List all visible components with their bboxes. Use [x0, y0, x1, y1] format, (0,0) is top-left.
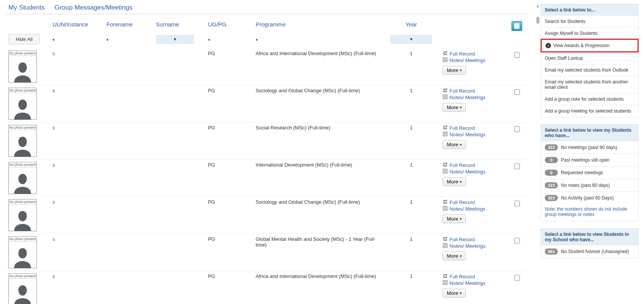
scroll-thumb[interactable] — [536, 17, 539, 24]
col-year[interactable]: Year — [383, 19, 440, 33]
full-record-link[interactable]: Full Record — [442, 125, 475, 131]
sort-programme-icon[interactable]: ♦ — [256, 37, 258, 42]
year-value: 1 — [383, 85, 440, 123]
full-record-link[interactable]: Full Record — [442, 162, 475, 168]
programme-value: Africa and International Development (MS… — [252, 271, 383, 304]
year-filter[interactable]: ▼ — [390, 35, 432, 44]
full-record-link[interactable]: Full Record — [442, 199, 475, 206]
action-link[interactable]: Email my selected students from Outlook — [541, 64, 638, 76]
panel-header: Select a link below to view Students in … — [541, 229, 638, 245]
more-button[interactable]: More ▾ — [442, 252, 466, 260]
ugpg-value: PG — [205, 271, 252, 304]
uun-link[interactable]: s — [52, 125, 55, 131]
action-link[interactable]: Open Staff Lookup — [541, 52, 638, 64]
uun-link[interactable]: s — [52, 162, 55, 168]
scroll-up-icon[interactable]: ▲ — [535, 4, 541, 9]
uun-link[interactable]: s — [52, 51, 55, 56]
action-link[interactable]: Add a group meeting for selected student… — [541, 105, 638, 117]
notes-meetings-link[interactable]: Notes/ Meetings — [442, 206, 485, 212]
full-record-link[interactable]: Full Record — [442, 273, 475, 280]
action-link[interactable]: iView Awards & Progression — [541, 39, 639, 52]
more-button[interactable]: More ▾ — [442, 214, 466, 223]
filter-link[interactable]: 981No Student Adviser (Unassigned) — [541, 245, 638, 258]
row-checkbox[interactable] — [514, 238, 520, 244]
count-badge: 323 — [545, 195, 558, 201]
notes-meetings-link[interactable]: Notes/ Meetings — [442, 131, 485, 138]
uun-link[interactable]: s — [52, 199, 55, 205]
row-checkbox[interactable] — [514, 275, 520, 281]
surname-filter[interactable]: ▼ — [156, 35, 194, 44]
uun-link[interactable]: s — [52, 236, 55, 242]
ugpg-value: PG — [205, 123, 252, 160]
ugpg-value: PG — [205, 85, 252, 123]
caret-down-icon: ▾ — [460, 105, 462, 110]
external-link-icon — [442, 199, 448, 206]
filter-link[interactable]: 323No meetings (past 90 days) — [541, 141, 638, 154]
action-link[interactable]: Email my selected students from another … — [541, 76, 638, 93]
external-link-icon — [442, 236, 448, 243]
table-row: No photo presentsPGAfrica and Internatio… — [5, 48, 527, 85]
filter-link[interactable]: 323No Activity (past 60 Days) — [541, 191, 638, 204]
person-icon — [11, 279, 34, 304]
person-icon — [11, 242, 34, 268]
more-button[interactable]: More ▾ — [442, 177, 466, 186]
row-checkbox[interactable] — [514, 163, 520, 169]
year-value: 1 — [383, 48, 440, 85]
action-link[interactable]: Search for Students — [541, 16, 638, 27]
full-record-link[interactable]: Full Record — [442, 236, 475, 243]
sort-ugpg-icon[interactable]: ♦ — [208, 37, 210, 42]
notes-meetings-link[interactable]: Notes/ Meetings — [442, 94, 485, 101]
filter-link[interactable]: 0Requested meetings — [541, 166, 638, 179]
scrollbar[interactable]: ▲ — [535, 4, 541, 304]
col-programme[interactable]: Programme — [252, 19, 383, 33]
no-photo-label: No photo present — [9, 88, 36, 93]
ugpg-value: PG — [205, 234, 252, 271]
tab-group-messages[interactable]: Group Messages/Meetings — [55, 4, 133, 11]
row-checkbox[interactable] — [514, 89, 520, 95]
list-icon — [442, 280, 448, 286]
row-checkbox[interactable] — [514, 52, 520, 58]
select-all-checkbox[interactable] — [511, 21, 522, 31]
more-button[interactable]: More ▾ — [442, 103, 466, 112]
students-table: UUN/Instance Forename Surname UG/PG Prog… — [5, 19, 527, 304]
uun-link[interactable]: s — [52, 88, 55, 93]
sort-forename-icon[interactable]: ♦ — [107, 37, 109, 42]
person-icon — [11, 204, 34, 231]
full-record-link[interactable]: Full Record — [442, 88, 475, 94]
col-ugpg[interactable]: UG/PG — [205, 19, 252, 33]
row-checkbox[interactable] — [514, 126, 520, 132]
notes-meetings-link[interactable]: Notes/ Meetings — [442, 57, 485, 64]
action-link[interactable]: Add a group note for selected students — [541, 93, 638, 105]
notes-meetings-link[interactable]: Notes/ Meetings — [442, 280, 485, 286]
school-students-panel: Select a link below to view Students in … — [541, 228, 639, 258]
uun-link[interactable]: s — [52, 273, 55, 279]
notes-meetings-link[interactable]: Notes/ Meetings — [442, 168, 485, 175]
student-photo: No photo present — [8, 125, 37, 157]
filter-link[interactable]: 323No notes (past 60 days) — [541, 179, 638, 191]
col-surname[interactable]: Surname — [153, 19, 205, 33]
row-checkbox[interactable] — [514, 201, 520, 206]
tab-my-students[interactable]: My Students — [8, 4, 45, 11]
col-uun[interactable]: UUN/Instance — [49, 19, 103, 33]
no-photo-label: No photo present — [9, 125, 36, 130]
sort-uun-icon[interactable]: ♦ — [52, 37, 55, 42]
col-forename[interactable]: Forename — [103, 19, 153, 33]
hide-all-button[interactable]: Hide All — [8, 34, 40, 44]
external-link-icon — [442, 125, 448, 131]
count-badge: 0 — [545, 170, 558, 176]
list-icon — [442, 131, 448, 138]
more-button[interactable]: More ▾ — [442, 140, 466, 149]
filter-link[interactable]: 0Past meetings still open — [541, 154, 638, 166]
student-photo: No photo present — [8, 236, 37, 268]
action-link[interactable]: Assign Myself to Students — [541, 27, 638, 39]
year-value: 1 — [383, 160, 440, 197]
no-photo-label: No photo present — [9, 274, 36, 279]
full-record-link[interactable]: Full Record — [442, 51, 475, 57]
person-icon — [11, 56, 34, 82]
year-value: 1 — [383, 123, 440, 160]
more-button[interactable]: More ▾ — [442, 66, 466, 75]
table-row: No photo presentsPGGlobal Mental Health … — [5, 234, 527, 271]
notes-meetings-link[interactable]: Notes/ Meetings — [442, 243, 485, 249]
more-button[interactable]: More ▾ — [442, 289, 466, 297]
filter-label: Past meetings still open — [561, 157, 610, 163]
